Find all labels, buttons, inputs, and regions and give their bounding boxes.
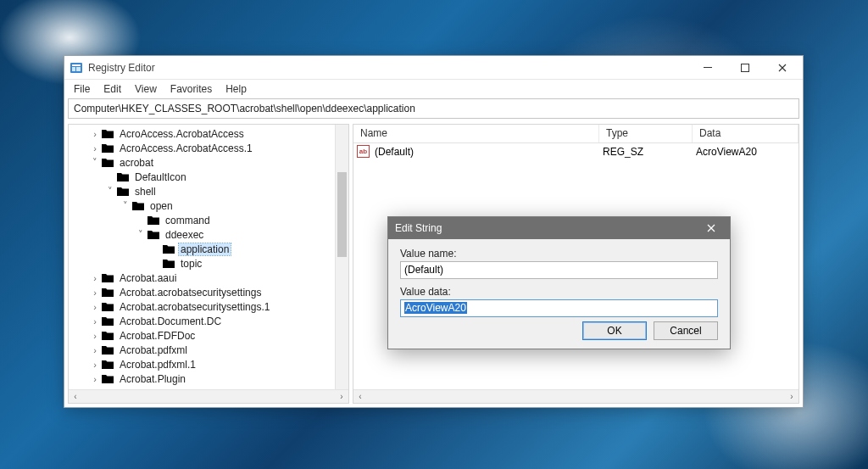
expand-collapse-toggle[interactable]: › [89,288,101,298]
tree-item-label: shell [133,186,158,198]
dialog-titlebar[interactable]: Edit String [388,217,730,239]
tree-item[interactable]: ›Acrobat.FDFDoc [74,328,348,343]
value-name-label: Value name: [400,248,718,260]
menu-favorites[interactable]: Favorites [164,82,218,96]
tree-item[interactable]: ·topic [74,256,348,271]
expand-collapse-toggle[interactable]: · [150,244,162,254]
list-row[interactable]: ab (Default) REG_SZ AcroViewA20 [353,143,798,159]
maximize-button[interactable] [726,56,764,80]
tree-item[interactable]: ›Acrobat.pdfxml [74,343,348,357]
scroll-right-icon[interactable]: › [335,390,348,404]
tree-item[interactable]: ˅ddeexec [74,227,348,242]
folder-icon [162,258,175,269]
folder-icon [131,200,145,211]
address-bar-text: Computer\HKEY_CLASSES_ROOT\acrobat\shell… [74,103,415,114]
expand-collapse-toggle[interactable]: › [89,143,101,154]
tree-item[interactable]: ·DefaultIcon [74,170,348,184]
tree-item-label: Acrobat.aaui [118,272,178,284]
folder-icon [162,243,175,254]
expand-collapse-toggle[interactable]: · [104,172,116,182]
expand-collapse-toggle[interactable]: › [89,316,101,327]
expand-collapse-toggle[interactable]: › [89,345,101,355]
tree-scrollbar-vertical[interactable] [335,125,348,389]
tree-item[interactable]: ›Acrobat.pdfxml.1 [74,357,348,371]
folder-icon [147,215,160,226]
app-icon [70,61,83,75]
tree-item-label: command [164,215,212,226]
value-type: REG_SZ [603,146,696,158]
tree-item[interactable]: ›Acrobat.aaui [74,271,348,285]
value-name-input[interactable]: (Default) [400,261,718,279]
expand-collapse-toggle[interactable]: ˅ [104,186,116,197]
tree-item-label: AcroAccess.AcrobatAccess [118,128,246,140]
scroll-left-icon[interactable]: ‹ [69,390,82,404]
titlebar[interactable]: Registry Editor [64,56,803,80]
menu-edit[interactable]: Edit [97,82,127,96]
tree-scrollbar-horizontal[interactable]: ‹ › [69,389,348,403]
minimize-button[interactable] [689,56,726,80]
dialog-title-text: Edit String [395,222,442,234]
svg-rect-5 [742,64,749,71]
value-data-label: Value data: [400,286,718,298]
tree-scrollbar-thumb[interactable] [337,172,347,257]
tree-item-label: open [148,200,175,212]
expand-collapse-toggle[interactable]: › [89,331,101,341]
string-value-icon: ab [357,145,370,158]
expand-collapse-toggle[interactable]: ˅ [135,229,147,240]
expand-collapse-toggle[interactable]: · [135,215,147,226]
folder-icon [101,301,114,312]
expand-collapse-toggle[interactable]: › [89,360,101,370]
tree-item-label: ddeexec [164,229,205,241]
folder-icon [101,142,114,154]
value-data: AcroViewA20 [696,146,795,158]
expand-collapse-toggle[interactable]: ˅ [89,157,101,168]
value-data-input[interactable]: AcroViewA20 [400,299,718,317]
values-scrollbar-horizontal[interactable]: ‹ › [353,389,798,403]
tree-item[interactable]: ·command [74,213,348,227]
scroll-left-icon[interactable]: ‹ [353,390,367,404]
column-header-name[interactable]: Name [353,125,599,142]
scroll-right-icon[interactable]: › [785,390,798,404]
close-icon [707,224,715,232]
menu-view[interactable]: View [129,82,163,96]
tree-item[interactable]: ·application [74,242,348,256]
tree-item[interactable]: ›Acrobat.acrobatsecuritysettings.1 [74,299,348,314]
expand-collapse-toggle[interactable]: · [150,259,162,269]
close-button[interactable] [764,56,801,80]
folder-icon [101,287,114,298]
menu-help[interactable]: Help [220,82,253,96]
expand-collapse-toggle[interactable]: › [89,273,101,283]
folder-icon [101,373,114,384]
expand-collapse-toggle[interactable]: › [89,129,101,139]
svg-rect-2 [72,67,75,71]
expand-collapse-toggle[interactable]: ˅ [120,200,131,211]
expand-collapse-toggle[interactable]: › [89,374,101,384]
folder-icon [101,315,114,327]
column-header-type[interactable]: Type [599,125,693,142]
tree-item[interactable]: ›Acrobat.Document.DC [74,314,348,328]
tree-item-label: application [179,243,231,255]
dialog-close-button[interactable] [699,220,723,237]
folder-icon [101,128,114,139]
address-bar[interactable]: Computer\HKEY_CLASSES_ROOT\acrobat\shell… [68,98,799,119]
close-icon [778,64,787,72]
edit-string-dialog: Edit String Value name: (Default) Value … [387,216,731,349]
tree-item[interactable]: ˅shell [74,184,348,198]
ok-button[interactable]: OK [582,321,647,340]
registry-tree[interactable]: ›AcroAccess.AcrobatAccess›AcroAccess.Acr… [69,125,348,400]
tree-item[interactable]: ›Acrobat.Plugin [74,371,348,386]
column-header-data[interactable]: Data [693,125,798,142]
tree-item[interactable]: ›AcroAccess.AcrobatAccess [74,126,348,141]
tree-item[interactable]: ˅acrobat [74,155,348,170]
values-list[interactable]: ab (Default) REG_SZ AcroViewA20 [353,143,798,159]
tree-item-label: Acrobat.acrobatsecuritysettings.1 [118,301,271,313]
cancel-button[interactable]: Cancel [654,321,718,340]
tree-item[interactable]: ›Acrobat.acrobatsecuritysettings [74,285,348,299]
tree-item-label: Acrobat.FDFDoc [118,330,197,342]
tree-item[interactable]: ˅open [74,198,348,213]
folder-icon [101,359,114,370]
menu-file[interactable]: File [68,82,96,96]
folder-icon [116,186,130,197]
expand-collapse-toggle[interactable]: › [89,302,101,312]
tree-item[interactable]: ›AcroAccess.AcrobatAccess.1 [74,141,348,155]
